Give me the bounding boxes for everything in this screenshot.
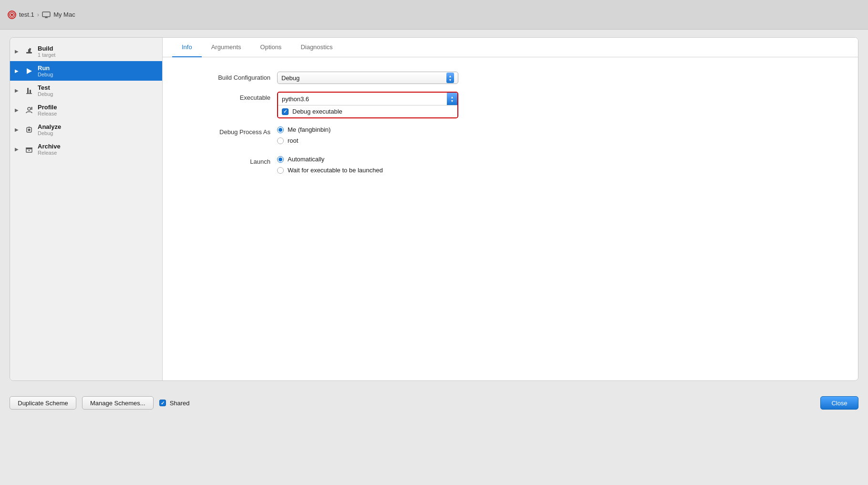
debug-process-root-row: root xyxy=(277,137,458,144)
sidebar-item-analyze[interactable]: ▶ Analyze Debug xyxy=(10,120,162,139)
svg-rect-10 xyxy=(27,88,29,94)
build-configuration-row: Build Configuration Debug ▲ ▼ xyxy=(182,72,839,84)
sidebar-run-title: Run xyxy=(38,64,53,72)
launch-auto-radio[interactable] xyxy=(277,156,284,163)
debug-process-root-label: root xyxy=(288,137,298,144)
target-icon xyxy=(8,11,16,19)
executable-value: python3.6 xyxy=(278,94,447,105)
debug-executable-checkbox[interactable]: ✓ xyxy=(282,108,289,115)
debug-executable-label: Debug executable xyxy=(292,108,342,115)
sidebar-archive-subtitle: Release xyxy=(38,150,61,156)
executable-row: Executable python3.6 ▲ ▼ xyxy=(182,92,839,118)
sidebar-analyze-subtitle: Debug xyxy=(38,130,61,136)
debug-executable-row: ✓ Debug executable xyxy=(278,105,457,117)
breadcrumb-project: test.1 xyxy=(19,11,34,18)
duplicate-scheme-button[interactable]: Duplicate Scheme xyxy=(10,396,76,410)
breadcrumb: test.1 › My Mac xyxy=(8,11,75,19)
svg-point-19 xyxy=(28,128,31,131)
launch-wait-radio[interactable] xyxy=(277,167,284,174)
build-configuration-label: Build Configuration xyxy=(182,72,277,81)
tab-info[interactable]: Info xyxy=(172,38,202,57)
sidebar-run-subtitle: Debug xyxy=(38,72,53,77)
executable-label: Executable xyxy=(182,92,277,101)
executable-select-row: python3.6 ▲ ▼ xyxy=(278,93,457,105)
breadcrumb-separator: › xyxy=(37,11,39,18)
expand-arrow-build: ▶ xyxy=(15,49,21,54)
debug-process-me-label: Me (fangbinbin) xyxy=(288,126,331,133)
exe-stepper-up: ▲ xyxy=(451,95,454,99)
sidebar-build-subtitle: 1 target xyxy=(38,52,55,58)
svg-rect-11 xyxy=(30,90,31,94)
expand-arrow-profile: ▶ xyxy=(15,107,21,113)
hammer-icon xyxy=(24,47,34,56)
sidebar-profile-title: Profile xyxy=(38,104,57,111)
launch-label: Launch xyxy=(182,156,277,165)
profile-icon xyxy=(24,105,34,115)
debug-process-as-row: Debug Process As Me (fangbinbin) root xyxy=(182,126,839,148)
debug-process-me-radio[interactable] xyxy=(277,127,284,133)
svg-point-13 xyxy=(28,107,31,110)
manage-schemes-button[interactable]: Manage Schemes... xyxy=(82,396,154,410)
sidebar-archive-text: Archive Release xyxy=(38,143,61,156)
sidebar-analyze-title: Analyze xyxy=(38,123,61,130)
expand-arrow-analyze: ▶ xyxy=(15,127,21,132)
svg-point-2 xyxy=(11,13,13,16)
expand-arrow-test: ▶ xyxy=(15,88,21,93)
launch-row: Launch Automatically Wait for executable… xyxy=(182,156,839,178)
shared-checkbox[interactable]: ✓ xyxy=(159,400,166,406)
scheme-editor: ▶ Build 1 target ▶ xyxy=(10,37,858,381)
executable-control: python3.6 ▲ ▼ ✓ Debug executable xyxy=(277,92,458,118)
exe-stepper-down: ▼ xyxy=(451,99,454,103)
executable-container: python3.6 ▲ ▼ ✓ Debug executable xyxy=(277,92,458,118)
breadcrumb-destination: My Mac xyxy=(53,11,75,18)
monitor-icon xyxy=(42,11,51,18)
analyze-icon xyxy=(24,125,34,135)
svg-marker-9 xyxy=(27,68,32,74)
debug-process-me-row: Me (fangbinbin) xyxy=(277,126,458,133)
build-configuration-value: Debug xyxy=(281,74,300,82)
sidebar-build-text: Build 1 target xyxy=(38,45,55,58)
debug-process-as-control: Me (fangbinbin) root xyxy=(277,126,458,148)
debug-process-root-radio[interactable] xyxy=(277,137,284,144)
bottom-bar: Duplicate Scheme Manage Schemes... ✓ Sha… xyxy=(0,389,868,417)
launch-wait-label: Wait for executable to be launched xyxy=(288,167,383,174)
svg-rect-3 xyxy=(42,12,50,17)
tabs-bar: Info Arguments Options Diagnostics xyxy=(163,38,858,57)
sidebar-analyze-text: Analyze Debug xyxy=(38,123,61,136)
close-button[interactable]: Close xyxy=(820,396,858,410)
build-configuration-stepper[interactable]: ▲ ▼ xyxy=(446,73,454,83)
debug-process-as-label: Debug Process As xyxy=(182,126,277,136)
sidebar-test-text: Test Debug xyxy=(38,84,53,97)
executable-stepper[interactable]: ▲ ▼ xyxy=(447,93,457,105)
shared-label: Shared xyxy=(170,400,190,407)
archive-icon xyxy=(24,145,34,154)
build-configuration-select[interactable]: Debug ▲ ▼ xyxy=(277,72,458,84)
launch-control: Automatically Wait for executable to be … xyxy=(277,156,458,178)
shared-row: ✓ Shared xyxy=(159,400,190,407)
sidebar-item-profile[interactable]: ▶ Profile Release xyxy=(10,100,162,120)
form-content: Build Configuration Debug ▲ ▼ Executab xyxy=(163,57,858,380)
sidebar-archive-title: Archive xyxy=(38,143,61,150)
sidebar-item-archive[interactable]: ▶ Archive Release xyxy=(10,139,162,159)
tab-diagnostics[interactable]: Diagnostics xyxy=(291,38,342,57)
sidebar-item-test[interactable]: ▶ Test Debug xyxy=(10,81,162,100)
expand-arrow-run: ▶ xyxy=(15,68,21,74)
expand-arrow-archive: ▶ xyxy=(15,147,21,152)
launch-auto-row: Automatically xyxy=(277,156,458,163)
stepper-up-arrow: ▲ xyxy=(449,74,452,78)
play-icon xyxy=(24,66,34,76)
stepper-down-arrow: ▼ xyxy=(449,78,452,82)
sidebar-item-run[interactable]: ▶ Run Debug xyxy=(10,61,162,81)
sidebar-profile-subtitle: Release xyxy=(38,111,57,116)
shared-checkmark-icon: ✓ xyxy=(161,401,165,406)
test-icon xyxy=(24,86,34,95)
sidebar-test-subtitle: Debug xyxy=(38,91,53,97)
sidebar-test-title: Test xyxy=(38,84,53,91)
right-panel: Info Arguments Options Diagnostics Build… xyxy=(163,38,858,380)
tab-options[interactable]: Options xyxy=(251,38,291,57)
sidebar-build-title: Build xyxy=(38,45,55,52)
tab-arguments[interactable]: Arguments xyxy=(202,38,251,57)
sidebar-item-build[interactable]: ▶ Build 1 target xyxy=(10,42,162,61)
checkmark-icon: ✓ xyxy=(283,109,287,114)
launch-wait-row: Wait for executable to be launched xyxy=(277,167,458,174)
